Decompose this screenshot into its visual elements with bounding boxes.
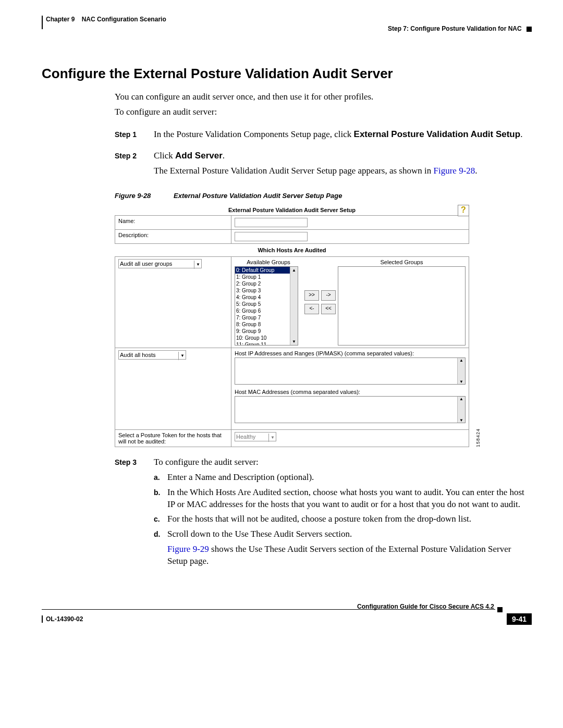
step-2-label: Step 2: [115, 150, 154, 177]
figure-caption: Figure 9-28 External Posture Validation …: [115, 192, 532, 200]
scrollbar[interactable]: [457, 397, 465, 423]
available-groups-list[interactable]: 0: Default Group 1: Group 1 2: Group 2 3…: [235, 266, 298, 346]
scrollbar[interactable]: [457, 358, 465, 384]
step-3: Step 3 To configure the audit server: a.…: [115, 456, 532, 568]
move-one-right-button[interactable]: ->: [321, 290, 336, 301]
posture-token-dropdown[interactable]: Healthy: [235, 432, 276, 441]
header-step-label: Step 7: Configure Posture Validation for…: [388, 25, 522, 32]
ip-addresses-textarea[interactable]: [235, 357, 466, 385]
name-label: Name:: [115, 215, 231, 229]
mac-addresses-label: Host MAC Addresses (comma separated valu…: [235, 389, 466, 395]
step-3d: Scroll down to the Use These Audit Serve…: [167, 528, 532, 567]
ip-addresses-label: Host IP Addresses and Ranges (IP/MASK) (…: [235, 350, 466, 356]
page-number-badge: 9-41: [507, 613, 532, 625]
header-marker-icon: [527, 27, 532, 32]
step-3-label: Step 3: [115, 456, 154, 568]
figure-title: External Posture Validation Audit Server…: [228, 207, 356, 213]
step-3b: In the Which Hosts Are Audited section, …: [167, 487, 532, 511]
available-groups-label: Available Groups: [235, 259, 302, 265]
audit-hosts-dropdown[interactable]: Audit all hosts: [118, 350, 186, 360]
page-header: Chapter 9 NAC Configuration Scenario Ste…: [42, 16, 532, 29]
selected-groups-label: Selected Groups: [338, 259, 466, 265]
footer-marker-icon: [497, 607, 503, 612]
intro-block: You can configure an audit server once, …: [115, 91, 532, 118]
intro-line-1: You can configure an audit server once, …: [115, 91, 532, 103]
selected-groups-list[interactable]: [338, 266, 466, 346]
chapter-title: NAC Configuration Scenario: [82, 16, 166, 23]
audit-groups-dropdown[interactable]: Audit all user groups: [118, 259, 202, 268]
which-hosts-heading: Which Hosts Are Audited: [115, 244, 469, 256]
figure-9-28: External Posture Validation Audit Server…: [115, 205, 469, 447]
figure-9-28-link[interactable]: Figure 9-28: [434, 166, 475, 176]
footer-doc-number: OL-14390-02: [42, 615, 83, 623]
chapter-number: Chapter 9: [46, 16, 75, 23]
step-3c: For the hosts that will not be audited, …: [167, 513, 532, 525]
move-all-left-button[interactable]: <<: [321, 304, 336, 314]
step-1: Step 1 In the Posture Validation Compone…: [115, 129, 532, 141]
mac-addresses-textarea[interactable]: [235, 396, 466, 423]
description-input[interactable]: [235, 232, 308, 241]
posture-token-label: Select a Posture Token for the hosts tha…: [115, 429, 231, 447]
scrollbar[interactable]: [290, 267, 298, 345]
figure-id: 158424: [475, 428, 481, 447]
intro-line-2: To configure an audit server:: [115, 106, 532, 118]
step-1-label: Step 1: [115, 129, 154, 141]
page-title: Configure the External Posture Validatio…: [42, 66, 532, 82]
step-3a: Enter a Name and Description (optional).: [167, 472, 532, 484]
help-icon[interactable]: ?: [458, 205, 469, 216]
figure-9-29-link[interactable]: Figure 9-29: [167, 544, 209, 554]
step-2: Step 2 Click Add Server. The External Po…: [115, 150, 532, 177]
move-all-right-button[interactable]: >>: [304, 290, 319, 301]
name-input[interactable]: [235, 218, 308, 227]
move-one-left-button[interactable]: <-: [304, 304, 319, 314]
description-label: Description:: [115, 229, 231, 243]
page-footer: Configuration Guide for Cisco Secure ACS…: [42, 604, 532, 625]
